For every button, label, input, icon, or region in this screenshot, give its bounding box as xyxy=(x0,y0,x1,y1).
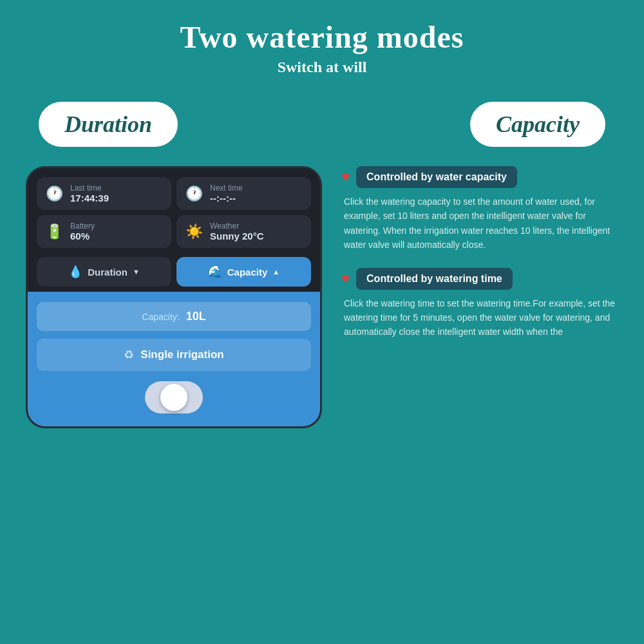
toggle-container: OFF ON xyxy=(37,381,311,413)
content-area: 🕐 Last time 17:44:39 🕐 Next time --:--:-… xyxy=(0,160,644,435)
tab-capacity-label: Capacity xyxy=(227,267,268,278)
right-panel: ♥ Controlled by water capacity Click the… xyxy=(322,166,618,355)
last-time-value: 17:44:39 xyxy=(70,193,109,204)
battery-label: Battery xyxy=(70,222,95,231)
capacity-row: Capacity: 10L xyxy=(37,302,311,331)
tab-bar: 💧 Duration ▼ 🌊 Capacity ▲ xyxy=(28,257,320,292)
blue-panel: Capacity: 10L ♻ Single irrigation OFF ON xyxy=(28,292,320,426)
feature-title-capacity: Controlled by water capacity xyxy=(356,166,517,188)
info-card-weather: ☀️ Weather Sunny 20°C xyxy=(176,215,311,248)
feature-header-time: ♥ Controlled by watering time xyxy=(341,268,618,290)
feature-desc-time: Click the watering time to set the water… xyxy=(341,296,618,339)
irrigation-icon: ♻ xyxy=(124,348,134,362)
mode-labels-row: Duration Capacity xyxy=(0,89,644,160)
info-card-battery: 🔋 Battery 60% xyxy=(37,215,171,248)
toggle-switch[interactable]: OFF ON xyxy=(145,381,203,413)
clock-back-icon: 🕐 xyxy=(46,185,64,202)
info-card-nexttime: 🕐 Next time --:--:-- xyxy=(176,177,311,210)
weather-value: Sunny 20°C xyxy=(210,231,264,242)
phone-inner: 🕐 Last time 17:44:39 🕐 Next time --:--:-… xyxy=(28,168,320,426)
next-time-value: --:--:-- xyxy=(210,193,243,204)
clock-forward-icon: 🕐 xyxy=(185,185,204,202)
info-text-weather: Weather Sunny 20°C xyxy=(210,222,264,242)
drop-icon: 💧 xyxy=(68,265,82,279)
feature-desc-capacity: Click the watering capacity to set the a… xyxy=(341,194,618,252)
feature-title-time: Controlled by watering time xyxy=(356,268,513,290)
battery-icon: 🔋 xyxy=(46,223,64,240)
tab-capacity-arrow: ▲ xyxy=(272,268,279,276)
info-text-lasttime: Last time 17:44:39 xyxy=(70,184,109,204)
info-text-battery: Battery 60% xyxy=(70,222,95,242)
info-text-nexttime: Next time --:--:-- xyxy=(210,184,243,204)
heart-icon-2: ♥ xyxy=(341,270,350,287)
tab-duration-arrow: ▼ xyxy=(133,268,140,276)
feature-header-capacity: ♥ Controlled by water capacity xyxy=(341,166,618,188)
weather-label: Weather xyxy=(210,222,264,231)
tab-capacity[interactable]: 🌊 Capacity ▲ xyxy=(176,257,311,287)
phone-mockup: 🕐 Last time 17:44:39 🕐 Next time --:--:-… xyxy=(26,166,322,428)
weather-icon: ☀️ xyxy=(185,223,204,240)
info-card-lasttime: 🕐 Last time 17:44:39 xyxy=(37,177,171,210)
info-grid: 🕐 Last time 17:44:39 🕐 Next time --:--:-… xyxy=(28,168,320,257)
capacity-field-label: Capacity: xyxy=(142,312,179,322)
capacity-badge: Capacity xyxy=(470,102,605,147)
feature-block-capacity: ♥ Controlled by water capacity Click the… xyxy=(341,166,618,252)
capacity-field-value: 10L xyxy=(186,310,206,323)
last-time-label: Last time xyxy=(70,184,109,193)
toggle-knob xyxy=(160,384,187,411)
page-background: Two watering modes Switch at will Durati… xyxy=(0,0,644,644)
main-title: Two watering modes xyxy=(13,19,631,55)
battery-value: 60% xyxy=(70,231,95,242)
duration-badge: Duration xyxy=(39,102,178,147)
next-time-label: Next time xyxy=(210,184,243,193)
feature-block-time: ♥ Controlled by watering time Click the … xyxy=(341,268,618,339)
sub-title: Switch at will xyxy=(13,59,631,76)
irrigation-row[interactable]: ♻ Single irrigation xyxy=(37,339,311,371)
tab-duration-label: Duration xyxy=(88,267,128,278)
header-section: Two watering modes Switch at will xyxy=(0,0,644,82)
wave-icon: 🌊 xyxy=(208,265,222,279)
heart-icon-1: ♥ xyxy=(341,169,350,185)
irrigation-label: Single irrigation xyxy=(140,348,223,361)
tab-duration[interactable]: 💧 Duration ▼ xyxy=(37,257,171,287)
